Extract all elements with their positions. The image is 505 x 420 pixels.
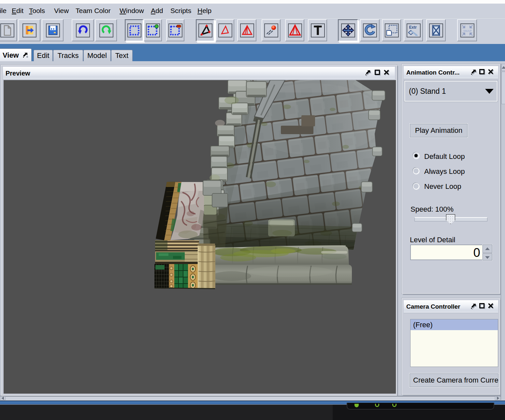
svg-text:SNAP: SNAP xyxy=(463,29,471,33)
svg-text:Extr: Extr xyxy=(409,25,417,30)
